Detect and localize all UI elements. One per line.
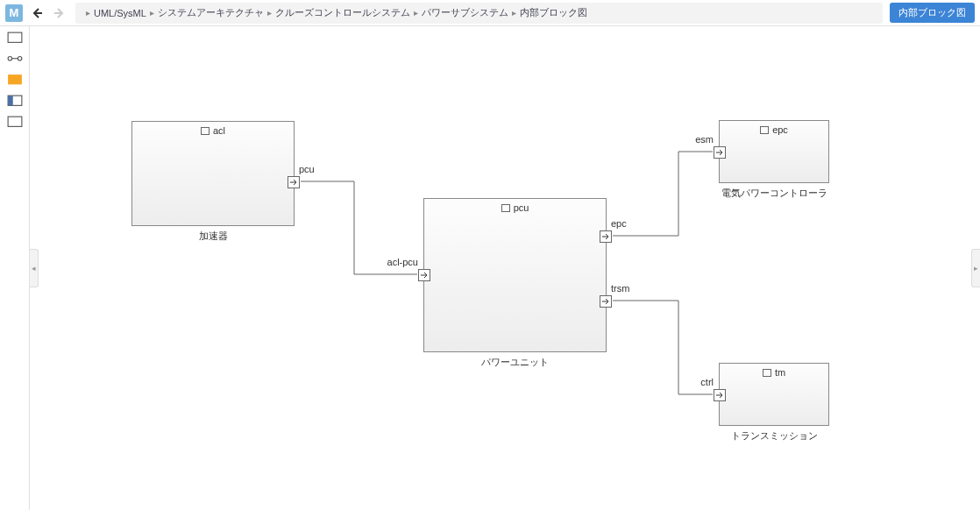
breadcrumb-item[interactable]: UML/SysML xyxy=(94,8,146,18)
block-type-icon xyxy=(201,127,209,135)
port-label: trsm xyxy=(611,283,629,294)
block-name: acl xyxy=(213,125,225,136)
block-caption-acl: 加速器 xyxy=(131,230,295,243)
nav-back-button[interactable] xyxy=(28,4,46,22)
block-type-icon xyxy=(501,204,510,212)
port-label: esm xyxy=(695,134,714,145)
topbar-left: M xyxy=(5,4,68,22)
topbar: M ▸ UML/SysML ▸ システムアーキテクチャ ▸ クルーズコントロール… xyxy=(0,0,980,26)
block-acl[interactable]: acl pcu xyxy=(131,121,295,226)
breadcrumb-item[interactable]: パワーサブシステム xyxy=(422,6,508,19)
svg-rect-7 xyxy=(8,117,22,126)
block-caption-tm: トランスミッション xyxy=(719,429,829,443)
diagram-type-button[interactable]: 内部ブロック図 xyxy=(890,3,975,23)
port-pcu-aclpcu[interactable] xyxy=(418,269,430,281)
block-caption-epc: 電気パワーコントローラ xyxy=(719,187,829,200)
port-pcu-trsm[interactable] xyxy=(600,295,612,308)
port-epc-esm[interactable] xyxy=(714,146,726,159)
block-tm[interactable]: tm ctrl xyxy=(719,363,829,426)
block-name: pcu xyxy=(514,202,529,213)
port-acl-pcu[interactable] xyxy=(288,176,300,188)
block-name: tm xyxy=(775,367,785,378)
port-label: acl-pcu xyxy=(387,257,418,267)
tool-note-icon[interactable] xyxy=(7,74,23,86)
tool-empty-rect-icon[interactable] xyxy=(7,116,23,128)
svg-point-1 xyxy=(8,57,12,61)
block-title: acl xyxy=(132,125,294,136)
port-label: pcu xyxy=(299,164,315,174)
app-logo[interactable]: M xyxy=(5,4,23,22)
block-epc[interactable]: epc esm xyxy=(719,120,829,183)
port-pcu-epc[interactable] xyxy=(600,230,612,243)
block-title: pcu xyxy=(424,202,606,213)
diagram-canvas[interactable]: acl pcu 加速器 pcu acl-pcu xyxy=(30,26,980,510)
body: ◂ ▸ acl xyxy=(0,26,980,510)
breadcrumb-item[interactable]: クルーズコントロールシステム xyxy=(275,6,410,19)
tool-panel-icon[interactable] xyxy=(7,95,23,107)
block-caption-pcu: パワーユニット xyxy=(423,356,607,369)
svg-rect-0 xyxy=(8,32,22,42)
connector-pcu-epc xyxy=(613,152,713,236)
block-title: tm xyxy=(720,367,828,378)
breadcrumb[interactable]: ▸ UML/SysML ▸ システムアーキテクチャ ▸ クルーズコントロールシス… xyxy=(75,3,883,24)
connector-pcu-tm xyxy=(613,301,713,394)
block-pcu[interactable]: pcu acl-pcu epc trsm xyxy=(423,198,607,352)
block-type-icon xyxy=(763,369,771,377)
svg-rect-6 xyxy=(8,96,13,105)
port-label: epc xyxy=(611,218,627,229)
nav-forward-button xyxy=(51,4,68,22)
port-label: ctrl xyxy=(700,377,714,387)
block-type-icon xyxy=(760,126,769,134)
svg-point-3 xyxy=(18,57,22,61)
block-title: epc xyxy=(720,124,828,135)
svg-rect-4 xyxy=(8,74,22,84)
tool-connector-icon[interactable] xyxy=(7,53,23,65)
tool-rect-icon[interactable] xyxy=(7,32,23,44)
port-tm-ctrl[interactable] xyxy=(714,389,726,401)
left-toolbar xyxy=(0,26,30,510)
canvas-wrap: ◂ ▸ acl xyxy=(30,26,980,510)
breadcrumb-item[interactable]: システムアーキテクチャ xyxy=(158,6,264,19)
breadcrumb-item[interactable]: 内部ブロック図 xyxy=(520,6,587,19)
block-name: epc xyxy=(772,124,788,135)
